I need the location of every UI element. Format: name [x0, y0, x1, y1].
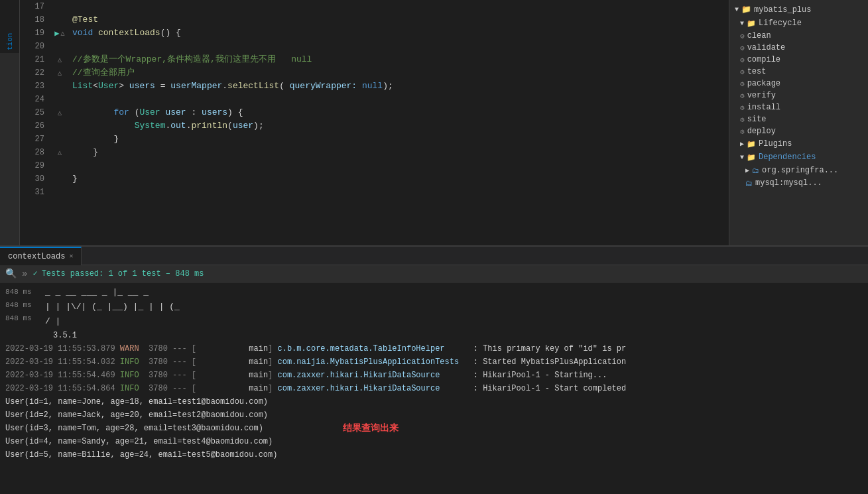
lifecycle-section[interactable]: ▼ 📁 Lifecycle: [729, 17, 868, 30]
chevron-right-spring-icon: ▶: [745, 166, 749, 174]
user-line-4: User(id=4, name=Sandy, age=21, email=tes…: [0, 435, 868, 448]
bottom-toolbar: 🔍 » ✓ Tests passed: 1 of 1 test – 848 ms: [0, 265, 868, 282]
code-line-20: [70, 40, 729, 53]
chevron-down-icon: ▼: [735, 6, 739, 13]
fold-icon: △: [61, 29, 65, 37]
dependencies-section[interactable]: ▼ 📁 Dependencies: [729, 151, 868, 164]
log-line-1: 2022-03-19 11:55:53.879 WARN 3780 --- [ …: [0, 342, 868, 355]
chevron-right-plugins-icon: ▶: [740, 140, 744, 148]
fold-icon-22: △: [58, 69, 62, 77]
gutter: ▶ △ △ △ △: [50, 0, 70, 245]
lifecycle-test[interactable]: ⚙ test: [729, 66, 868, 78]
dep-spring-icon: 🗂: [752, 166, 759, 175]
plugins-label: Plugins: [759, 139, 792, 149]
lifecycle-label: Lifecycle: [759, 19, 802, 28]
project-icon: 📁: [741, 5, 751, 15]
gear-clean-icon: ⚙: [740, 32, 745, 40]
dep-spring-item[interactable]: ▶ 🗂 org.springfra...: [729, 164, 868, 177]
dep-mysql-icon: 🗂: [745, 179, 753, 188]
code-editor[interactable]: 17 18 19 20 21 22 23 24 25 26 27 28 29 3…: [20, 0, 729, 245]
fold-icon-21: △: [58, 56, 62, 64]
code-line-19: void contextLoads() {: [70, 27, 729, 40]
bottom-panel: contextLoads ✕ 🔍 » ✓ Tests passed: 1 of …: [0, 245, 868, 494]
lifecycle-deploy[interactable]: ⚙ deploy: [729, 125, 868, 137]
sidebar-label[interactable]: tion: [0, 0, 19, 53]
ascii-line-2: | | |\/| (_ |__) |_ | | (_: [40, 300, 868, 314]
code-line-28: }: [70, 146, 729, 159]
user-line-3-row: User(id=3, name=Tom, age=28, email=test3…: [0, 422, 868, 435]
gear-site-icon: ⚙: [740, 115, 745, 124]
fold-icon-25: △: [58, 109, 62, 117]
code-panel: 17 18 19 20 21 22 23 24 25 26 27 28 29 3…: [20, 0, 729, 245]
tab-contextloads[interactable]: contextLoads ✕: [0, 247, 82, 265]
code-line-30: }: [70, 172, 729, 186]
dependencies-label: Dependencies: [759, 153, 816, 162]
lifecycle-compile[interactable]: ⚙ compile: [729, 54, 868, 66]
code-line-23: List<User> users = userMapper.selectList…: [70, 80, 729, 93]
gear-test-icon: ⚙: [740, 68, 745, 76]
gear-install-icon: ⚙: [740, 103, 745, 112]
maven-panel: ▼ 📁 mybatis_plus ▼ 📁 Lifecycle ⚙ clean ⚙…: [729, 0, 868, 245]
dep-mysql-item[interactable]: 🗂 mysql:mysql...: [729, 177, 868, 189]
code-line-22: //查询全部用户: [70, 66, 729, 80]
chevron-down-lifecycle-icon: ▼: [740, 20, 744, 27]
user-results-section: User(id=1, name=Jone, age=18, email=test…: [0, 395, 868, 462]
tab-label: contextLoads: [8, 247, 65, 266]
lifecycle-folder-icon: 📁: [747, 19, 756, 28]
time-848-2: 848 ms: [0, 298, 40, 312]
gear-deploy-icon: ⚙: [740, 127, 745, 136]
version-line: 3.5.1: [0, 329, 868, 342]
code-line-18: @Test: [70, 13, 729, 27]
ascii-line-3: / |: [40, 314, 868, 329]
chevron-down-dep-icon: ▼: [740, 154, 744, 161]
gear-package-icon: ⚙: [740, 80, 745, 88]
fold-icon-28: △: [58, 149, 62, 156]
result-annotation: 结果查询出来: [343, 422, 399, 434]
code-line-27: }: [70, 133, 729, 146]
ascii-line-1: _ _ __ ___ _ |_ __ _: [40, 285, 868, 300]
bottom-tabs: contextLoads ✕: [0, 247, 868, 265]
maven-root-item[interactable]: ▼ 📁 mybatis_plus: [729, 3, 868, 17]
code-line-17: [70, 0, 729, 13]
code-line-31: [70, 186, 729, 199]
code-line-24: [70, 93, 729, 106]
code-line-25: for (User user : users) {: [70, 106, 729, 119]
line-numbers: 17 18 19 20 21 22 23 24 25 26 27 28 29 3…: [20, 0, 50, 245]
test-result-text: Tests passed: 1 of 1 test – 848 ms: [42, 269, 204, 278]
lifecycle-validate[interactable]: ⚙ validate: [729, 42, 868, 54]
code-content[interactable]: @Test void contextLoads() { //参数是一个Wrapp…: [70, 0, 729, 245]
dependencies-folder-icon: 📁: [747, 153, 756, 162]
plugins-section[interactable]: ▶ 📁 Plugins: [729, 137, 868, 151]
test-pass-icon: ✓: [32, 269, 37, 278]
maven-root-label: mybatis_plus: [754, 5, 811, 15]
gear-verify-icon: ⚙: [740, 92, 745, 100]
time-848-3: 848 ms: [0, 312, 40, 325]
plugins-folder-icon: 📁: [747, 140, 756, 149]
user-line-1: User(id=1, name=Jone, age=18, email=test…: [0, 395, 868, 408]
ascii-art-row: 848 ms 848 ms 848 ms _ _ __ ___ _ |_ __ …: [0, 285, 868, 329]
code-line-21: //参数是一个Wrapper,条件构造器,我们这里先不用 null: [70, 53, 729, 66]
tab-close-icon[interactable]: ✕: [69, 247, 73, 266]
time-848-1: 848 ms: [0, 285, 40, 298]
search-icon[interactable]: 🔍: [5, 268, 17, 279]
console-output[interactable]: 848 ms 848 ms 848 ms _ _ __ ___ _ |_ __ …: [0, 282, 868, 494]
lifecycle-clean[interactable]: ⚙ clean: [729, 30, 868, 42]
gear-compile-icon: ⚙: [740, 56, 745, 64]
test-result: ✓ Tests passed: 1 of 1 test – 848 ms: [32, 269, 204, 278]
gear-validate-icon: ⚙: [740, 44, 745, 52]
run-arrow-icon: ▶: [54, 29, 59, 38]
maven-tree: ▼ 📁 mybatis_plus ▼ 📁 Lifecycle ⚙ clean ⚙…: [729, 0, 868, 192]
lifecycle-verify[interactable]: ⚙ verify: [729, 90, 868, 101]
left-sidebar: tion: [0, 0, 20, 245]
log-line-2: 2022-03-19 11:55:54.032 INFO 3780 --- [ …: [0, 355, 868, 369]
lifecycle-package[interactable]: ⚙ package: [729, 78, 868, 90]
arrow-right-icon[interactable]: »: [22, 269, 27, 279]
code-line-29: [70, 159, 729, 172]
log-line-3: 2022-03-19 11:55:54.469 INFO 3780 --- [ …: [0, 369, 868, 382]
user-line-2: User(id=2, name=Jack, age=20, email=test…: [0, 408, 868, 422]
user-line-3: User(id=3, name=Tom, age=28, email=test3…: [0, 422, 263, 435]
lifecycle-install[interactable]: ⚙ install: [729, 101, 868, 113]
code-line-26: System.out.println(user);: [70, 119, 729, 133]
lifecycle-site[interactable]: ⚙ site: [729, 113, 868, 125]
user-line-5: User(id=5, name=Billie, age=24, email=te…: [0, 448, 868, 462]
